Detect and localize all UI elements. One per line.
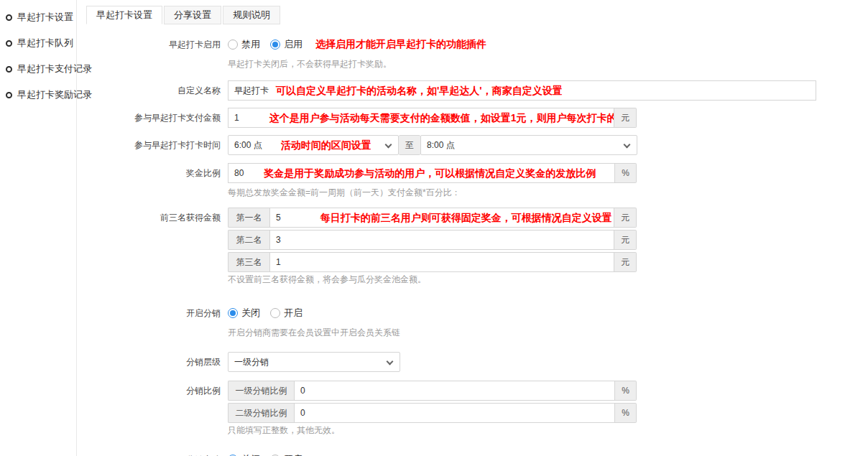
input-value: 0: [300, 404, 305, 422]
radio-label: 开启: [284, 307, 303, 320]
radio-label: 启用: [284, 38, 303, 51]
radio-label: 关闭: [241, 453, 260, 456]
radio-on-icon: [270, 39, 280, 50]
sidebar-item-reward-records[interactable]: 早起打卡奖励记录: [0, 82, 76, 108]
select-value: 8:00 点: [427, 136, 455, 154]
radio-off-icon: [270, 308, 280, 318]
name-label: 自定义名称: [86, 80, 228, 101]
level1-ratio-input[interactable]: 0: [294, 381, 615, 401]
distribution-help: 开启分销商需要在会员设置中开启会员关系链: [228, 327, 868, 338]
radio-label: 禁用: [241, 38, 260, 51]
unit-addon: 元: [614, 208, 637, 228]
unit-addon: 元: [614, 108, 637, 128]
radio-disable[interactable]: 禁用: [228, 38, 260, 51]
settings-form: 早起打卡启用 禁用 启用 选择启用才能开启早起打卡的功能插件 早起打卡关闭: [86, 34, 868, 456]
radio-off-icon: [228, 39, 238, 50]
bonus-ratio-label: 奖金比例: [86, 163, 228, 197]
circle-icon: [6, 92, 12, 98]
input-value: 早起打卡: [234, 81, 269, 100]
top3-label: 前三名获得金额: [86, 208, 228, 284]
radio-label: 关闭: [241, 307, 260, 320]
input-value: 0: [300, 381, 305, 400]
time-range-note: 活动时间的区间设置: [281, 136, 371, 154]
input-value: 5: [276, 208, 281, 227]
distribution-label: 开启分销: [86, 303, 228, 338]
sidebar-item-checkin-queue[interactable]: 早起打卡队列: [0, 30, 76, 56]
input-value: 1: [276, 253, 281, 271]
enable-label: 早起打卡启用: [86, 34, 228, 69]
pay-amount-note: 这个是用户参与活动每天需要支付的金额数值，如设置1元，则用户每次打卡的需要支付1…: [269, 108, 614, 127]
unit-addon: 元: [614, 230, 637, 250]
tab-bar: 早起打卡设置 分享设置 规则说明: [86, 6, 868, 24]
main-content: 早起打卡设置 分享设置 规则说明 早起打卡启用 禁用 启用: [77, 0, 868, 456]
circle-icon: [6, 66, 12, 73]
time-range-label: 参与早起打卡打卡时间: [86, 135, 228, 155]
input-value: 1: [234, 108, 239, 127]
sidebar: 早起打卡设置 早起打卡队列 早起打卡支付记录 早起打卡奖励记录: [0, 0, 77, 456]
pay-amount-label: 参与早起打卡支付金额: [86, 108, 228, 128]
unit-addon: %: [615, 381, 637, 401]
unit-addon: 元: [614, 252, 637, 272]
circle-icon: [6, 14, 12, 21]
radio-label: 开启: [284, 453, 303, 456]
radio-on-icon: [228, 308, 238, 318]
rank-addon: 第三名: [228, 252, 269, 272]
app-root: 早起打卡设置 早起打卡队列 早起打卡支付记录 早起打卡奖励记录 早起打卡设置 分…: [0, 0, 868, 456]
level2-ratio-input[interactable]: 0: [294, 403, 615, 423]
sidebar-item-label: 早起打卡队列: [17, 37, 73, 50]
chevron-down-icon: [385, 141, 392, 149]
ratio-label: 分销比例: [86, 381, 228, 435]
rank-addon: 第二名: [228, 230, 269, 250]
circle-icon: [6, 40, 12, 47]
rank1-amount-input[interactable]: 5 每日打卡的前三名用户则可获得固定奖金，可根据情况自定义设置: [269, 208, 614, 228]
pay-amount-input[interactable]: 1 这个是用户参与活动每天需要支付的金额数值，如设置1元，则用户每次打卡的需要支…: [228, 108, 614, 128]
sidebar-item-payment-records[interactable]: 早起打卡支付记录: [0, 56, 76, 82]
tab-share-settings[interactable]: 分享设置: [164, 6, 221, 24]
rank3-amount-input[interactable]: 1: [269, 252, 614, 272]
bonus-ratio-help: 每期总发放奖金金额=前一周期（前一天）支付金额*百分比：: [228, 187, 868, 197]
level-label: 分销层级: [86, 352, 228, 372]
level-select[interactable]: 一级分销: [228, 352, 400, 372]
tab-checkin-settings[interactable]: 早起打卡设置: [86, 6, 162, 24]
enable-help: 早起打卡关闭后，不会获得早起打卡奖励。: [228, 59, 868, 69]
select-value: 6:00 点: [234, 136, 262, 154]
top3-help: 不设置前三名获得金额，将会参与瓜分奖金池金额。: [228, 274, 868, 284]
radio-distribution-off[interactable]: 关闭: [228, 307, 260, 320]
time-end-select[interactable]: 8:00 点: [420, 135, 637, 155]
radio-inner-buy-on[interactable]: 开启: [270, 453, 303, 456]
input-value: 80: [234, 164, 244, 182]
radio-inner-buy-off[interactable]: 关闭: [228, 453, 260, 456]
custom-name-input[interactable]: 早起打卡 可以自定义早起打卡的活动名称，如'早起达人'，商家自定义设置: [228, 80, 816, 101]
enable-note: 选择启用才能开启早起打卡的功能插件: [315, 38, 486, 51]
unit-addon: %: [615, 403, 637, 423]
select-value: 一级分销: [234, 353, 269, 371]
chevron-down-icon: [624, 141, 631, 149]
ratio-help: 只能填写正整数，其他无效。: [228, 425, 868, 435]
inner-buy-label: 分销内购: [86, 450, 228, 456]
rank-addon: 第一名: [228, 208, 269, 228]
input-value: 3: [276, 231, 281, 249]
ratio-name-addon: 一级分销比例: [228, 381, 294, 401]
name-note: 可以自定义早起打卡的活动名称，如'早起达人'，商家自定义设置: [276, 81, 563, 100]
sidebar-item-label: 早起打卡设置: [17, 11, 73, 24]
sidebar-item-checkin-settings[interactable]: 早起打卡设置: [0, 4, 76, 30]
top3-note: 每日打卡的前三名用户则可获得固定奖金，可根据情况自定义设置: [320, 208, 612, 227]
unit-addon: %: [615, 163, 637, 183]
radio-distribution-on[interactable]: 开启: [270, 307, 303, 320]
tab-rules[interactable]: 规则说明: [223, 6, 280, 24]
chevron-down-icon: [387, 358, 394, 366]
ratio-name-addon: 二级分销比例: [228, 403, 294, 423]
bonus-ratio-input[interactable]: 80 奖金是用于奖励成功参与活动的用户，可以根据情况自定义奖金的发放比例: [228, 163, 615, 183]
rank2-amount-input[interactable]: 3: [269, 230, 614, 250]
to-addon: 至: [399, 135, 420, 155]
time-start-select[interactable]: 6:00 点 活动时间的区间设置: [228, 135, 399, 155]
bonus-ratio-note: 奖金是用于奖励成功参与活动的用户，可以根据情况自定义奖金的发放比例: [264, 164, 596, 182]
radio-enable[interactable]: 启用: [270, 38, 303, 51]
